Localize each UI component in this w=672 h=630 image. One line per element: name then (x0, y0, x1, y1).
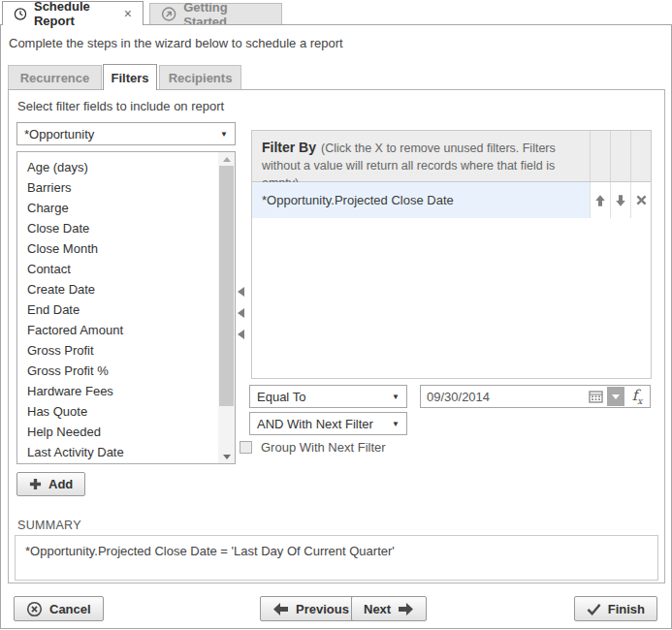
field-list-item[interactable]: Close Month (17, 238, 235, 259)
scroll-up-icon[interactable] (218, 152, 235, 166)
arrow-down-icon (614, 194, 627, 207)
filter-by-header-cell (590, 131, 610, 181)
field-list-item[interactable]: Hardware Fees (17, 381, 235, 401)
field-list-item[interactable]: Has Quote (17, 401, 235, 422)
calendar-button[interactable] (586, 386, 605, 407)
move-filter-up-button[interactable] (590, 182, 610, 218)
collapse-left-icon (238, 330, 244, 339)
group-checkbox-label: Group With Next Filter (261, 440, 386, 455)
arrow-left-icon (272, 602, 289, 616)
field-category-value: *Opportunity (24, 127, 216, 142)
field-list-item[interactable]: Help Needed (17, 422, 235, 442)
filter-operator-select[interactable]: Equal To ▼ (249, 385, 407, 408)
clock-icon (14, 6, 27, 22)
add-filter-button[interactable]: Add (16, 472, 85, 496)
cancel-button-label: Cancel (49, 602, 91, 616)
field-list-item[interactable]: Gross Profit % (17, 361, 235, 381)
field-list-scrollbar[interactable] (218, 152, 235, 463)
tab-recurrence-label: Recurrence (20, 71, 90, 85)
chevron-down-icon: ▼ (392, 393, 400, 401)
select-fields-label: Select filter fields to include on repor… (17, 99, 224, 113)
move-filter-down-button[interactable] (610, 182, 630, 218)
filter-by-header-cell (630, 131, 651, 181)
add-button-label: Add (48, 477, 73, 491)
filter-row-field[interactable]: *Opportunity.Projected Close Date (252, 182, 590, 218)
tab-getting-started[interactable]: Getting Started (149, 3, 282, 24)
tab-filters[interactable]: Filters (103, 64, 157, 90)
field-list-item[interactable]: Contact (17, 259, 235, 279)
summary-text: *Opportunity.Projected Close Date = 'Las… (25, 544, 395, 558)
scrollbar-thumb[interactable] (219, 166, 234, 406)
tab-filters-label: Filters (111, 71, 148, 85)
launch-icon (161, 6, 176, 22)
filter-logic-select[interactable]: AND With Next Filter ▼ (249, 412, 407, 435)
summary-label: SUMMARY (17, 519, 81, 532)
close-tab-icon[interactable]: × (124, 6, 132, 21)
scroll-down-icon[interactable] (218, 450, 235, 463)
field-list-item[interactable]: Age (days) (17, 157, 235, 177)
arrow-up-icon (593, 194, 607, 207)
group-checkbox[interactable] (240, 441, 252, 454)
chevron-down-icon: ▼ (392, 420, 400, 428)
fx-icon: fx (632, 387, 643, 406)
schedule-report-window: Complete the steps in the wizard below t… (0, 24, 672, 629)
field-list-item[interactable]: Gross Profit (17, 340, 235, 361)
previous-button-label: Previous (296, 602, 349, 616)
chevron-down-icon: ▼ (220, 130, 228, 139)
filter-by-table: Filter By(Click the X to remove unused f… (251, 130, 652, 379)
tab-recipients-label: Recipients (169, 71, 233, 85)
field-list-item[interactable]: End Date (17, 299, 235, 320)
filters-panel: Select filter fields to include on repor… (8, 89, 665, 583)
value-dropdown-button[interactable] (607, 387, 624, 406)
tab-schedule-report-label: Schedule Report (34, 0, 116, 28)
tab-recurrence[interactable]: Recurrence (8, 65, 102, 89)
filter-field-list[interactable]: Age (days)BarriersChargeClose DateClose … (16, 151, 236, 464)
filter-logic-value: AND With Next Filter (257, 417, 388, 431)
finish-button-label: Finish (608, 602, 645, 616)
panel-splitter[interactable] (238, 287, 244, 339)
chevron-down-icon (612, 394, 620, 399)
next-button[interactable]: Next (351, 596, 427, 621)
filter-value-box: fx (420, 385, 651, 408)
field-list-item[interactable]: Barriers (17, 177, 235, 198)
filter-by-header: Filter By(Click the X to remove unused f… (252, 131, 651, 182)
collapse-left-icon (238, 308, 244, 318)
next-button-label: Next (364, 602, 391, 616)
field-list-item[interactable]: Create Date (17, 279, 235, 299)
filter-value-input[interactable] (421, 390, 586, 404)
field-list-item[interactable]: Charge (17, 198, 235, 218)
field-list-item[interactable]: Factored Amount (17, 320, 235, 340)
remove-filter-button[interactable] (630, 182, 651, 218)
group-with-next-filter[interactable]: Group With Next Filter (240, 440, 386, 455)
cancel-circle-icon (26, 601, 43, 617)
tab-schedule-report[interactable]: Schedule Report × (2, 1, 144, 25)
collapse-left-icon (238, 287, 244, 297)
function-button[interactable]: fx (626, 386, 648, 407)
field-category-select[interactable]: *Opportunity ▼ (16, 122, 236, 145)
filter-row: *Opportunity.Projected Close Date (252, 182, 651, 218)
cancel-button[interactable]: Cancel (14, 596, 104, 621)
check-icon (587, 603, 601, 615)
field-list-item[interactable]: Close Date (17, 218, 235, 238)
field-list-item[interactable]: Last Activity Date (17, 442, 235, 462)
previous-button[interactable]: Previous (260, 596, 362, 621)
wizard-intro-text: Complete the steps in the wizard below t… (9, 36, 343, 50)
x-icon (636, 195, 647, 205)
finish-button[interactable]: Finish (574, 596, 657, 621)
plus-icon (29, 478, 42, 490)
summary-box: *Opportunity.Projected Close Date = 'Las… (15, 535, 658, 581)
tab-recipients[interactable]: Recipients (159, 65, 241, 89)
filter-by-header-cell (610, 131, 630, 181)
filter-by-title: Filter By (262, 140, 316, 155)
calendar-icon (589, 390, 603, 403)
filter-operator-value: Equal To (257, 390, 388, 404)
arrow-right-icon (398, 602, 414, 616)
